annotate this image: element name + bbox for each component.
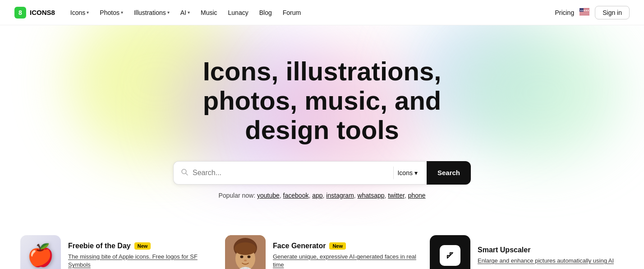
chevron-down-icon: ▾	[188, 10, 190, 15]
nav-pricing[interactable]: Pricing	[555, 9, 574, 16]
us-flag-svg: ★★★★★★	[580, 8, 589, 15]
card-upscaler-description: Enlarge and enhance pictures automatical…	[478, 257, 624, 265]
card-smart-upscaler[interactable]: Smart Upscaler Enlarge and enhance pictu…	[430, 235, 624, 269]
card-face-content: Face Generator New Generate unique, expr…	[273, 242, 419, 269]
popular-link-youtube[interactable]: youtube	[257, 192, 280, 199]
svg-rect-6	[580, 14, 589, 14]
card-upscaler-title: Smart Upscaler	[478, 246, 624, 254]
card-face-description: Generate unique, expressive AI-generated…	[273, 253, 419, 269]
upscaler-icon	[440, 245, 460, 266]
popular-link-facebook[interactable]: facebook	[283, 192, 309, 199]
svg-rect-4	[580, 12, 589, 12]
nav-right: Pricing ★★★★★★ Sign in	[555, 6, 630, 19]
popular-link-app[interactable]: app	[312, 192, 322, 199]
chevron-down-icon: ▾	[167, 10, 170, 15]
svg-rect-5	[580, 13, 589, 14]
face-illustration-svg	[225, 235, 266, 269]
card-face-title: Face Generator New	[273, 242, 419, 250]
search-input[interactable]	[193, 169, 390, 177]
chevron-down-icon: ▾	[121, 10, 123, 15]
search-box: Icons ▾	[173, 161, 427, 185]
nav-item-photos[interactable]: Photos ▾	[95, 6, 128, 19]
nav-item-illustrations[interactable]: Illustrations ▾	[129, 6, 174, 19]
blob-green	[459, 25, 621, 161]
upscaler-arrow-icon	[444, 249, 456, 262]
badge-new: New	[134, 242, 151, 250]
popular-links: Popular now: youtube, facebook, app, ins…	[218, 192, 425, 199]
nav-item-icons[interactable]: Icons ▾	[66, 6, 93, 19]
search-icon	[181, 168, 188, 177]
popular-link-twitter[interactable]: twitter	[388, 192, 405, 199]
chevron-down-icon: ▾	[87, 10, 89, 15]
nav-item-forum[interactable]: Forum	[278, 6, 305, 19]
sign-in-button[interactable]: Sign in	[595, 6, 630, 19]
search-button[interactable]: Search	[427, 161, 471, 185]
svg-line-10	[186, 173, 188, 175]
card-upscaler-content: Smart Upscaler Enlarge and enhance pictu…	[478, 246, 624, 265]
svg-point-18	[235, 242, 256, 255]
language-flag-icon[interactable]: ★★★★★★	[580, 8, 589, 17]
brand-name: ICONS8	[30, 9, 55, 16]
nav-item-ai[interactable]: AI ▾	[176, 6, 194, 19]
card-freebie[interactable]: 🍎 Freebie of the Day New The missing bit…	[20, 235, 214, 269]
nav-links: Icons ▾ Photos ▾ Illustrations ▾ AI ▾ Mu…	[66, 6, 555, 19]
svg-text:★★★★★★: ★★★★★★	[580, 9, 589, 12]
hero-title: Icons, illustrations, photos, music, and…	[164, 57, 480, 145]
svg-point-15	[240, 255, 244, 258]
nav-item-music[interactable]: Music	[196, 6, 222, 19]
nav-item-blog[interactable]: Blog	[255, 6, 276, 19]
nav-item-lunacy[interactable]: Lunacy	[224, 6, 253, 19]
card-face-thumbnail	[225, 235, 266, 269]
card-upscaler-thumbnail	[430, 235, 470, 269]
search-category-selector[interactable]: Icons ▾	[397, 169, 419, 176]
card-freebie-content: Freebie of the Day New The missing bite …	[68, 242, 214, 269]
card-freebie-description: The missing bite of Apple icons. Free lo…	[68, 253, 214, 269]
svg-point-17	[244, 260, 247, 261]
card-freebie-thumbnail: 🍎	[20, 235, 61, 269]
popular-link-instagram[interactable]: instagram	[326, 192, 354, 199]
apple-icon: 🍎	[27, 243, 54, 268]
chevron-down-icon: ▾	[414, 169, 418, 176]
card-freebie-title: Freebie of the Day New	[68, 242, 214, 250]
hero-section: Icons, illustrations, photos, music, and…	[0, 25, 644, 226]
search-divider	[393, 167, 394, 179]
logo-icon: 8	[14, 7, 26, 19]
badge-new: New	[329, 242, 346, 250]
popular-link-phone[interactable]: phone	[408, 192, 426, 199]
navbar: 8 ICONS8 Icons ▾ Photos ▾ Illustrations …	[0, 0, 644, 25]
brand-logo[interactable]: 8 ICONS8	[14, 7, 55, 19]
svg-point-16	[248, 255, 251, 258]
card-face-generator[interactable]: Face Generator New Generate unique, expr…	[225, 235, 419, 269]
popular-label: Popular now:	[218, 192, 255, 199]
cards-section: 🍎 Freebie of the Day New The missing bit…	[0, 226, 644, 269]
search-container: Icons ▾ Search	[173, 161, 471, 185]
popular-link-whatsapp[interactable]: whatsapp	[358, 192, 385, 199]
